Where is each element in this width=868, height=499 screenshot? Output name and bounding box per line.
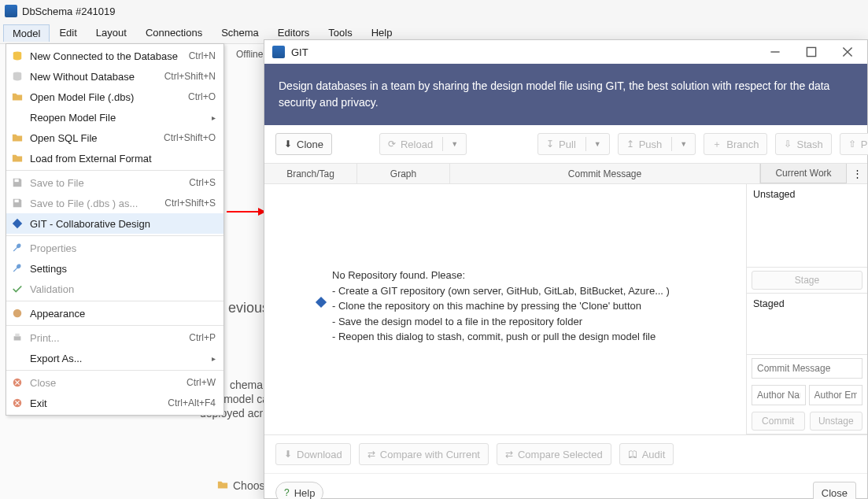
menu-item-shortcut: Ctrl+S — [189, 177, 216, 188]
chevron-down-icon: ▼ — [680, 140, 687, 148]
model-menu-item[interactable]: Save to File (.dbs ) as...Ctrl+Shift+S — [6, 193, 223, 213]
empty-l1: No Repository found. Please: — [332, 268, 670, 283]
model-menu-item[interactable]: Properties — [6, 238, 223, 258]
menu-item-shortcut: Ctrl+N — [189, 50, 216, 61]
author-email-input[interactable] — [809, 385, 863, 405]
arrow-annotation-icon — [227, 206, 266, 217]
model-menu-item[interactable]: Reopen Model File▸ — [6, 107, 223, 128]
model-menu-item[interactable]: New Connected to the DatabaseCtrl+N — [6, 46, 223, 66]
blank-icon — [11, 352, 24, 364]
git-column-headers: Branch/Tag Graph Commit Message Current … — [264, 164, 867, 184]
maximize-button[interactable] — [793, 40, 829, 64]
download-label: Download — [297, 449, 342, 460]
model-menu-popup: New Connected to the DatabaseCtrl+NNew W… — [6, 43, 224, 416]
db-grey-icon — [11, 70, 24, 83]
svg-rect-6 — [14, 336, 21, 340]
stash-button[interactable]: ⇩Stash — [775, 133, 831, 155]
empty-l3: - Clone the repository on this machine b… — [332, 298, 670, 314]
menu-item-label: Appearance — [30, 308, 216, 320]
model-menu-item[interactable]: Save to FileCtrl+S — [6, 172, 223, 193]
model-menu-item[interactable]: CloseCtrl+W — [6, 372, 223, 393]
wrench-icon — [11, 242, 24, 254]
model-menu-item[interactable]: Validation — [6, 279, 223, 299]
download-button[interactable]: ⬇Download — [275, 443, 351, 465]
bg-choos: Choos — [233, 479, 264, 492]
save-icon — [11, 197, 24, 209]
menu-item-shortcut: Ctrl+W — [187, 377, 216, 388]
header-branch-tag[interactable]: Branch/Tag — [264, 164, 357, 183]
model-menu-item[interactable]: Export As...▸ — [6, 348, 223, 368]
git-banner: Design databases in a team by sharing th… — [264, 64, 867, 125]
menu-model[interactable]: Model — [3, 24, 50, 42]
model-menu-item[interactable]: Appearance — [6, 303, 223, 323]
model-menu-item[interactable]: Load from External Format — [6, 148, 223, 168]
pop-label: Pop — [861, 139, 868, 150]
title-bar: DbSchema #241019 — [0, 0, 868, 22]
reload-icon: ⟳ — [388, 139, 396, 150]
header-graph[interactable]: Graph — [357, 164, 450, 183]
push-button[interactable]: ↥Push▼ — [618, 133, 696, 155]
compare-current-button[interactable]: ⇄Compare with Current — [359, 443, 489, 465]
help-label: Help — [294, 487, 316, 499]
model-menu-item[interactable]: Settings — [6, 258, 223, 279]
branch-label: Branch — [726, 139, 759, 150]
compare-icon: ⇄ — [368, 449, 375, 460]
branch-button[interactable]: ＋Branch — [704, 133, 767, 155]
compare-selected-button[interactable]: ⇄Compare Selected — [497, 443, 611, 465]
reload-button[interactable]: ⟳Reload▼ — [379, 133, 467, 155]
pull-button[interactable]: ↧Pull▼ — [537, 133, 610, 155]
chevron-right-icon: ▸ — [212, 113, 216, 122]
unstage-button[interactable]: Unstage — [810, 412, 863, 431]
db-yellow-icon — [11, 50, 24, 62]
menu-item-label: Reopen Model File — [30, 112, 205, 124]
commit-button[interactable]: Commit — [752, 412, 805, 431]
menu-layout[interactable]: Layout — [87, 24, 136, 42]
model-menu-item[interactable]: Open Model File (.dbs)Ctrl+O — [6, 87, 223, 107]
model-menu-item[interactable]: GIT - Collaborative Design — [6, 213, 223, 234]
menu-connections[interactable]: Connections — [136, 24, 212, 42]
header-current-work[interactable]: Current Work — [760, 164, 847, 183]
pop-icon: ⇧ — [848, 139, 856, 150]
commit-message-input[interactable] — [752, 358, 862, 379]
menu-separator — [6, 325, 223, 326]
clone-button[interactable]: ⬇Clone — [275, 133, 332, 155]
menu-schema[interactable]: Schema — [212, 24, 268, 42]
model-menu-item[interactable]: Print...Ctrl+P — [6, 327, 223, 348]
minimize-button[interactable] — [757, 40, 793, 64]
author-name-input[interactable] — [752, 385, 806, 405]
close-window-button[interactable] — [829, 40, 866, 64]
close-button[interactable]: Close — [813, 482, 856, 499]
git-title-bar: GIT — [264, 40, 867, 64]
git-dialog: GIT Design databases in a team by sharin… — [264, 39, 868, 499]
push-label: Push — [639, 139, 663, 150]
svg-rect-3 — [15, 200, 19, 203]
header-commit-message[interactable]: Commit Message — [450, 164, 760, 183]
menu-edit[interactable]: Edit — [50, 24, 86, 42]
unstaged-box: Unstaged — [747, 184, 867, 268]
pop-button[interactable]: ⇧Pop — [840, 133, 868, 155]
help-icon: ? — [284, 487, 290, 498]
push-icon: ↥ — [626, 139, 634, 150]
folder-icon — [11, 131, 24, 144]
app-logo-icon — [5, 5, 17, 17]
current-work-panel: Unstaged Stage Staged Commit Unstage — [746, 164, 867, 434]
stash-icon: ⇩ — [784, 139, 792, 150]
model-menu-item[interactable]: Open SQL FileCtrl+Shift+O — [6, 128, 223, 148]
chevron-down-icon: ▼ — [594, 140, 601, 148]
stage-button[interactable]: Stage — [752, 271, 862, 290]
header-menu-button[interactable]: ⋮ — [847, 164, 867, 183]
compare-selected-label: Compare Selected — [518, 449, 603, 460]
empty-l5: - Reopen this dialog to stash, commit, p… — [332, 329, 670, 345]
chevron-right-icon: ▸ — [212, 354, 216, 363]
bg-chema: chema, — [230, 379, 266, 391]
menu-item-label: Load from External Format — [30, 153, 216, 164]
svg-rect-2 — [15, 179, 19, 183]
compare-current-label: Compare with Current — [380, 449, 480, 460]
menu-item-label: Save to File — [30, 177, 183, 189]
git-footer: ?Help Close — [264, 473, 867, 499]
model-menu-item[interactable]: New Without DatabaseCtrl+Shift+N — [6, 66, 223, 87]
model-menu-item[interactable]: ExitCtrl+Alt+F4 — [6, 393, 223, 413]
git-dialog-logo-icon — [272, 46, 285, 58]
help-button[interactable]: ?Help — [275, 482, 323, 499]
audit-button[interactable]: 🕮Audit — [619, 443, 674, 465]
